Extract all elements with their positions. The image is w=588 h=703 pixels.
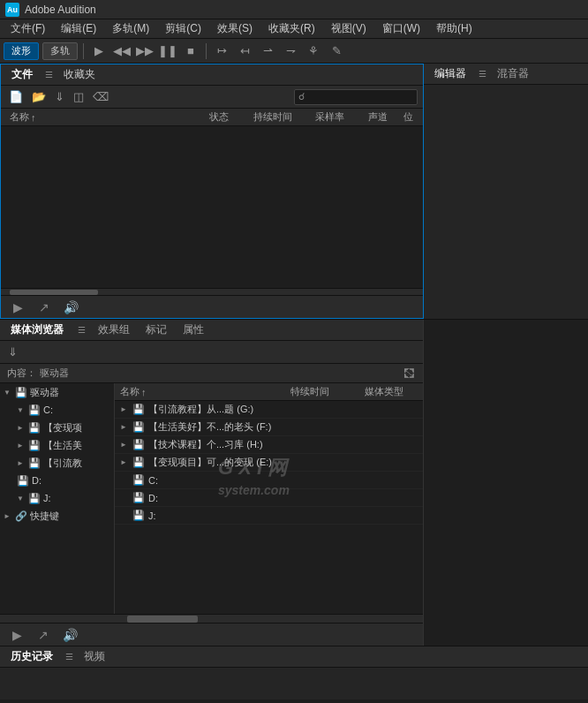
media-import-btn[interactable]: ⇓ <box>5 344 20 359</box>
tree-item-d[interactable]: 💾 D: <box>0 472 114 489</box>
tree-arrow-yinliu: ► <box>17 459 26 467</box>
toolbar-icon-3[interactable]: ▶▶ <box>135 42 155 61</box>
menu-view[interactable]: 视图(V) <box>324 19 373 38</box>
tab-video[interactable]: 视频 <box>80 647 109 666</box>
menu-window[interactable]: 窗口(W) <box>375 19 427 38</box>
media-volume-btn[interactable]: 🔊 <box>60 625 79 645</box>
tree-item-shenghuo[interactable]: ► 💾 【生活美 <box>0 436 114 454</box>
file-panel-header: 文件 ☰ 收藏夹 <box>1 64 423 86</box>
tab-bookmarks[interactable]: 收藏夹 <box>60 65 99 84</box>
media-file-1[interactable]: ► 💾 【生活美好】不...的老头 (F:) <box>115 419 423 436</box>
toolbar: 波形 多轨 ▶ ◀◀ ▶▶ ❚❚ ■ ↦ ↤ ⇀ ⇁ ⚘ ✎ <box>0 39 588 64</box>
search-input[interactable] <box>307 92 413 102</box>
file-panel-columns: 名称 ↑ 状态 持续时间 采样率 声道 位 <box>1 109 423 126</box>
media-drive-icon-1: 💾 <box>132 421 145 433</box>
media-file-name-5: D: <box>148 493 287 503</box>
file-panel-toolbar: 📄 📂 ⇓ ◫ ⌫ ☌ <box>1 86 423 109</box>
delete-btn[interactable]: ⌫ <box>90 89 111 104</box>
menu-file[interactable]: 文件(F) <box>4 19 52 38</box>
file-panel-footer: ▶ ↗ 🔊 <box>1 295 423 318</box>
media-file-4[interactable]: 💾 C: <box>115 472 423 489</box>
toolbar-icon-7[interactable]: ↤ <box>235 42 254 61</box>
media-panel-footer: ▶ ↗ 🔊 <box>0 623 423 646</box>
toolbar-icon-4[interactable]: ❚❚ <box>158 42 177 61</box>
col-status: 状态 <box>206 110 250 124</box>
menu-help[interactable]: 帮助(H) <box>429 19 479 38</box>
media-file-name-2: 【技术课程】个...习库 (H:) <box>148 438 287 451</box>
tree-label-j: J: <box>43 493 51 503</box>
media-file-6[interactable]: 💾 J: <box>115 507 423 525</box>
menu-favorites[interactable]: 收藏夹(R) <box>261 19 322 38</box>
tree-label-d: D: <box>32 475 41 486</box>
tab-properties[interactable]: 属性 <box>179 321 207 339</box>
media-menu-icon[interactable]: ☰ <box>78 325 86 335</box>
import-btn[interactable]: ⇓ <box>52 89 67 104</box>
tree-item-c[interactable]: ▼ 💾 C: <box>0 401 114 419</box>
tree-arrow-shortcuts: ► <box>4 512 12 520</box>
toolbar-icon-10[interactable]: ⚘ <box>304 42 323 61</box>
export-btn[interactable]: ↗ <box>34 298 54 317</box>
volume-btn[interactable]: 🔊 <box>61 298 80 317</box>
menu-clip[interactable]: 剪辑(C) <box>158 19 208 38</box>
waveform-btn[interactable]: 波形 <box>4 42 39 60</box>
toolbar-icon-8[interactable]: ⇀ <box>258 42 277 61</box>
media-file-0[interactable]: ► 💾 【引流教程】从...题 (G:) <box>115 401 423 419</box>
media-file-5[interactable]: 💾 D: <box>115 489 423 507</box>
title-bar: Au Adobe Audition <box>0 0 588 19</box>
tab-markers[interactable]: 标记 <box>142 321 170 339</box>
tab-editor[interactable]: 编辑器 <box>431 64 470 83</box>
tree-item-drives[interactable]: ▼ 💾 驱动器 <box>0 383 114 401</box>
tab-media-browser[interactable]: 媒体浏览器 <box>7 321 67 339</box>
tab-files[interactable]: 文件 <box>8 65 36 84</box>
tab-effects-group[interactable]: 效果组 <box>94 321 133 339</box>
multitrack-btn[interactable]: 多轨 <box>42 42 78 60</box>
toolbar-separator-2 <box>206 43 207 59</box>
tree-item-yinliu[interactable]: ► 💾 【引流教 <box>0 454 114 472</box>
menu-effects[interactable]: 效果(S) <box>210 19 260 38</box>
media-hscrollbar[interactable] <box>0 614 423 623</box>
tree-arrow-shenghuo: ► <box>17 442 26 450</box>
tab-history[interactable]: 历史记录 <box>7 647 57 666</box>
play-btn[interactable]: ▶ <box>8 298 27 317</box>
tree-item-biankui[interactable]: ► 💾 【变现项 <box>0 419 114 436</box>
app-title: Adobe Audition <box>25 4 96 16</box>
col-samplerate: 采样率 <box>312 110 365 124</box>
tree-item-shortcuts[interactable]: ► 🔗 快捷键 <box>0 507 114 525</box>
toolbar-icon-9[interactable]: ⇁ <box>281 42 300 61</box>
menu-multitrack[interactable]: 多轨(M) <box>105 19 156 38</box>
media-file-2[interactable]: ► 💾 【技术课程】个...习库 (H:) <box>115 436 423 454</box>
media-play-btn[interactable]: ▶ <box>7 625 26 645</box>
tab-mixer[interactable]: 混音器 <box>494 64 532 83</box>
toolbar-icon-6[interactable]: ↦ <box>212 42 231 61</box>
media-col-duration: 特续时间 <box>290 385 361 398</box>
open-file-btn[interactable]: 📂 <box>29 89 49 104</box>
media-arrow-3: ► <box>120 458 129 466</box>
media-export-btn[interactable]: ↗ <box>34 625 53 645</box>
file-hscrollbar[interactable] <box>1 288 423 295</box>
media-col-header: 名称 ↑ 特续时间 媒体类型 <box>115 383 423 401</box>
new-file-btn[interactable]: 📄 <box>6 89 26 104</box>
files-menu-icon[interactable]: ☰ <box>45 70 53 79</box>
file-option-btn[interactable]: ◫ <box>71 89 87 104</box>
editor-menu-icon[interactable]: ☰ <box>479 69 486 79</box>
menu-edit[interactable]: 编辑(E) <box>54 19 103 38</box>
toolbar-icon-11[interactable]: ✎ <box>327 42 346 61</box>
app-icon: Au <box>5 3 19 17</box>
toolbar-icon-5[interactable]: ■ <box>181 42 200 61</box>
toolbar-icon-2[interactable]: ◀◀ <box>112 42 132 61</box>
tree-item-j[interactable]: ▼ 💾 J: <box>0 489 114 507</box>
toolbar-icon-1[interactable]: ▶ <box>89 42 109 61</box>
middle-section: 媒体浏览器 ☰ 效果组 标记 属性 ⇓ 内容： 驱动器 ⛞ ▼ <box>0 320 588 646</box>
media-file-3[interactable]: ► 💾 【变现项目】可...的变现 (E:) <box>115 454 423 472</box>
media-filelist: 名称 ↑ 特续时间 媒体类型 ► 💾 【引流教程】从...题 (G:) <box>115 383 423 614</box>
media-arrow-0: ► <box>120 405 129 413</box>
media-panel: 媒体浏览器 ☰ 效果组 标记 属性 ⇓ 内容： 驱动器 ⛞ ▼ <box>0 320 424 646</box>
filter-btn[interactable]: ⛞ <box>404 367 416 380</box>
editor-tabs: 编辑器 ☰ 混音器 <box>424 64 588 85</box>
media-drive-icon-2: 💾 <box>132 439 145 450</box>
file-panel-content <box>1 126 423 288</box>
history-menu-icon[interactable]: ☰ <box>65 652 73 661</box>
menu-bar: 文件(F) 编辑(E) 多轨(M) 剪辑(C) 效果(S) 收藏夹(R) 视图(… <box>0 19 588 39</box>
col-channels: 声道 <box>365 110 400 124</box>
media-hscrollbar-thumb <box>127 616 198 623</box>
